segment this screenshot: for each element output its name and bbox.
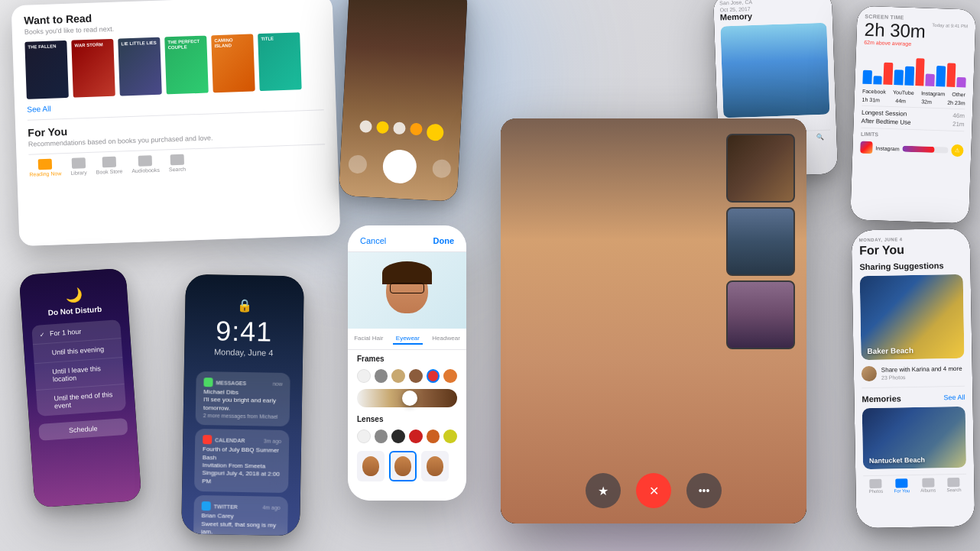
facetime-star-button[interactable]: ★ (586, 473, 621, 508)
frame-color-white[interactable] (357, 369, 371, 383)
library-label: Library (70, 170, 87, 176)
memoji-cancel-button[interactable]: Cancel (360, 236, 386, 245)
memoji-done-button[interactable]: Done (433, 236, 455, 245)
frame-color-brown[interactable] (409, 369, 423, 383)
lock-notif-twitter[interactable]: TWITTER 4m ago Brian Carey Sweet stuff, … (193, 495, 288, 536)
lock-notif-messages-header: MESSAGES now (203, 378, 282, 388)
memory-tab-search[interactable]: 🔍 (816, 134, 824, 141)
foryou-nantucket-photo[interactable]: Nantucket Beach (862, 407, 966, 469)
foryou-tab-albums[interactable]: Albums (920, 478, 936, 493)
foryou-tab-photos[interactable]: Photos (868, 479, 883, 494)
audiobooks-icon (138, 155, 152, 167)
frame-color-tan[interactable] (391, 369, 405, 383)
chart-bar-3 (884, 62, 894, 85)
iphone-camera-device (339, 0, 468, 202)
photos-tab-label: Photos (869, 489, 884, 494)
chart-bar-10 (957, 76, 966, 87)
instagram-app-icon (860, 141, 873, 154)
frame-color-orange[interactable] (443, 369, 457, 383)
foryou-baker-beach-photo[interactable]: Baker Beach (860, 274, 965, 360)
book-1[interactable]: THE FALLEN (24, 41, 69, 99)
dnd-screen: 🌙 Do Not Disturb ✓ For 1 hour Until this… (19, 267, 142, 507)
lock-notif-calendar[interactable]: CALENDAR 3m ago Fourth of July BBQ Summe… (194, 429, 289, 493)
book-6[interactable]: TITLE (258, 32, 302, 91)
camera-tool-emoji[interactable] (426, 124, 443, 141)
instagram-label: Instagram (921, 90, 945, 96)
book-1-title: THE FALLEN (24, 41, 67, 53)
facetime-thumb-3[interactable] (726, 280, 795, 349)
longest-session-value: 46m (952, 112, 965, 120)
lens-color-orange[interactable] (427, 429, 440, 443)
memory-photo[interactable] (720, 23, 829, 118)
books-tab-reading-now[interactable]: Reading Now (29, 158, 62, 177)
camera-flip-button[interactable] (348, 154, 367, 173)
lens-color-black[interactable] (391, 429, 405, 443)
memoji-lens-colors (348, 426, 466, 446)
books-tab-library[interactable]: Library (70, 157, 87, 176)
memoji-variant-1[interactable] (357, 451, 385, 481)
camera-tool-3[interactable] (393, 122, 406, 135)
books-tab-store[interactable]: Book Store (96, 156, 122, 174)
camera-tool-2[interactable] (376, 121, 389, 134)
camera-tool-4[interactable] (410, 123, 423, 136)
lock-date: Monday, June 4 (196, 347, 290, 358)
camera-tool-1[interactable] (359, 120, 372, 133)
books-tab-bar: Reading Now Library Book Store Audiobook… (28, 144, 326, 177)
book-5-title: CAMINO ISLAND (211, 34, 254, 52)
facetime-thumb-2[interactable] (726, 207, 795, 276)
book-4[interactable]: THE PERFECT COUPLE (164, 36, 209, 95)
memories-see-all[interactable]: See All (943, 394, 965, 401)
lens-color-red[interactable] (409, 429, 423, 443)
frame-color-red[interactable] (427, 369, 440, 383)
frame-color-gray[interactable] (375, 369, 388, 383)
facetime-thumb-1[interactable] (726, 134, 795, 203)
foryou-sharing-title: Sharing Suggestions (859, 261, 962, 271)
lens-color-gray[interactable] (375, 429, 388, 443)
camera-shutter-button[interactable] (381, 149, 417, 184)
iphone-screentime-device: SCREEN TIME 2h 30m 62m above average Tod… (850, 5, 976, 223)
memoji-head (386, 267, 428, 313)
facetime-end-button[interactable]: ✕ (636, 473, 671, 508)
store-label: Book Store (96, 168, 123, 174)
reading-now-icon (38, 159, 52, 170)
more-icon: ••• (699, 485, 710, 497)
lock-notif-twitter-header: TWITTER 4m ago (202, 501, 281, 512)
memoji-shade-slider[interactable] (357, 389, 457, 407)
dnd-schedule-button[interactable]: Schedule (38, 418, 128, 441)
baker-beach-label: Baker Beach (867, 346, 913, 355)
foryou-date: MONDAY, JUNE 4 (859, 236, 962, 242)
books-tab-audiobooks[interactable]: Audiobooks (131, 155, 160, 173)
instagram-usage-bar (902, 146, 934, 153)
lock-notif-calendar-time: 3m ago (264, 438, 281, 443)
search-icon (170, 154, 183, 166)
tab-headwear[interactable]: Headwear (429, 333, 462, 345)
books-tab-search[interactable]: Search (168, 154, 186, 173)
memoji-variant-2[interactable] (389, 451, 417, 481)
memory-photo-inner (720, 23, 829, 118)
lens-color-white[interactable] (357, 429, 371, 443)
book-5[interactable]: CAMINO ISLAND (211, 34, 255, 92)
memoji-hair (382, 261, 432, 284)
facetime-more-button[interactable]: ••• (686, 473, 722, 508)
lock-notif-messages[interactable]: MESSAGES now Michael Dibs I'll see you b… (196, 371, 290, 426)
book-2[interactable]: WAR STORM (71, 39, 115, 98)
memoji-variant-head-1 (362, 456, 379, 476)
ipad-books-device: Want to Read Books you'd like to read ne… (11, 0, 341, 246)
share-photo-count: 23 Photos (881, 374, 962, 381)
foryou-tab-search[interactable]: Search (946, 478, 961, 492)
lock-notifications: MESSAGES now Michael Dibs I'll see you b… (193, 371, 290, 536)
dnd-option-event[interactable]: Until the end of this event (36, 384, 126, 416)
foryou-tab-for-you[interactable]: For You (894, 478, 910, 493)
lock-notif-calendar-app: CALENDAR (215, 437, 245, 443)
lens-color-yellow[interactable] (443, 429, 457, 443)
tab-facial-hair[interactable]: Facial Hair (351, 333, 386, 345)
foryou-memories-header: Memories See All (862, 393, 965, 404)
camera-flash-button[interactable] (432, 159, 451, 178)
after-bedtime-value: 21m (952, 121, 965, 128)
screentime-date: Today at 9:41 PM (932, 23, 968, 29)
memoji-variant-3[interactable] (421, 451, 449, 481)
memoji-variant-head-3 (427, 456, 443, 476)
foryou-share-suggestion: Share with Karina and 4 more 23 Photos (862, 365, 965, 381)
tab-eyewear[interactable]: Eyewear (393, 333, 423, 345)
book-3[interactable]: LIE LITTLE LIES (118, 37, 162, 96)
